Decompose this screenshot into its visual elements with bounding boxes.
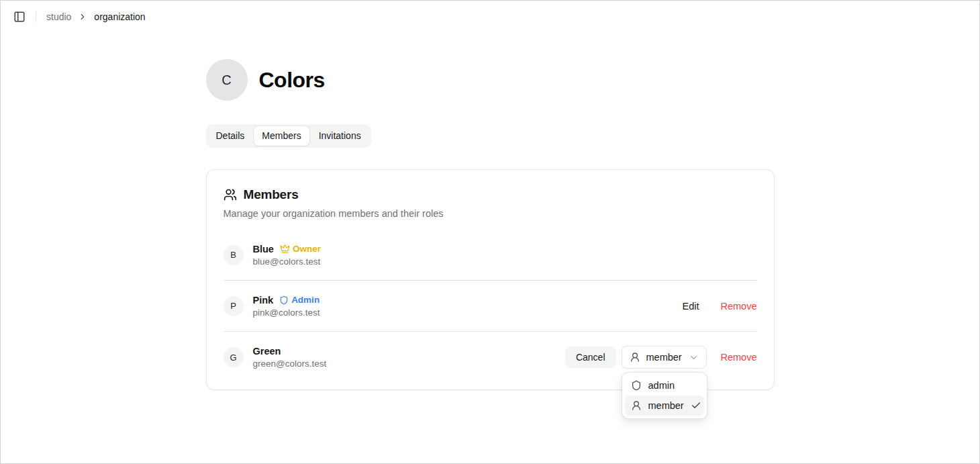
org-tabs: Details Members Invitations — [206, 124, 371, 148]
avatar: G — [224, 347, 244, 367]
member-email: blue@colors.test — [253, 257, 321, 267]
edit-button[interactable]: Edit — [683, 301, 699, 312]
tab-members[interactable]: Members — [254, 126, 309, 146]
member-info: Pink Admin pink@colors.test — [253, 295, 320, 318]
role-select-menu: admin member — [622, 372, 707, 419]
remove-button[interactable]: Remove — [721, 352, 757, 363]
member-name: Green — [253, 346, 281, 357]
breadcrumb-item-organization: organization — [94, 11, 145, 22]
topbar-divider — [36, 11, 36, 22]
breadcrumb-item-studio[interactable]: studio — [46, 11, 71, 22]
role-select-wrap: member a — [622, 346, 707, 369]
crown-icon — [280, 244, 290, 254]
users-icon — [224, 188, 237, 201]
role-select-trigger[interactable]: member — [622, 346, 707, 369]
check-icon — [691, 400, 701, 411]
panel-left-icon — [13, 11, 26, 23]
admin-role-badge: Admin — [279, 295, 320, 305]
role-option-label: admin — [648, 380, 675, 391]
org-avatar: C — [206, 59, 248, 101]
role-select-value: member — [646, 352, 682, 363]
avatar: P — [224, 296, 244, 316]
shield-icon — [279, 295, 289, 305]
member-info: Blue Owner blue@colors.test — [253, 244, 321, 267]
remove-button[interactable]: Remove — [721, 301, 757, 312]
main-content: C Colors Details Members Invitations Mem… — [206, 59, 775, 390]
tab-details[interactable]: Details — [208, 126, 253, 146]
shield-icon — [631, 380, 642, 391]
card-title: Members — [244, 187, 299, 202]
page-title: Colors — [259, 68, 325, 93]
user-icon — [630, 352, 640, 363]
member-row-pink: P Pink Admin pink@colors.test — [224, 281, 757, 332]
chevron-right-icon — [78, 12, 87, 21]
member-info: Green green@colors.test — [253, 346, 327, 369]
role-option-label: member — [648, 400, 684, 411]
avatar: B — [224, 245, 244, 265]
members-card-header: Members — [224, 187, 757, 202]
member-email: pink@colors.test — [253, 308, 320, 318]
row-controls: Cancel member — [565, 346, 757, 369]
member-row-blue: B Blue Owner blue@colors.test — [224, 230, 757, 281]
app-window: studio organization C Colors Details Mem… — [0, 0, 980, 464]
tab-invitations[interactable]: Invitations — [311, 126, 369, 146]
org-header: C Colors — [206, 59, 775, 101]
role-badge-label: Admin — [291, 295, 320, 305]
member-row-green: G Green green@colors.test Cancel — [224, 332, 757, 383]
row-controls: Edit Remove — [683, 301, 757, 312]
owner-role-badge: Owner — [280, 244, 321, 254]
topbar: studio organization — [1, 1, 979, 33]
member-list: B Blue Owner blue@colors.test — [224, 230, 757, 383]
member-name: Pink — [253, 295, 274, 306]
user-icon — [631, 400, 642, 411]
cancel-button[interactable]: Cancel — [565, 346, 616, 368]
member-name: Blue — [253, 244, 274, 254]
member-email: green@colors.test — [253, 359, 327, 369]
sidebar-toggle-button[interactable] — [12, 9, 27, 24]
role-option-member[interactable]: member — [625, 396, 704, 416]
members-card: Members Manage your organization members… — [206, 169, 775, 390]
card-subtitle: Manage your organization members and the… — [224, 208, 757, 219]
role-option-admin[interactable]: admin — [625, 375, 704, 396]
chevron-down-icon — [689, 353, 699, 363]
role-badge-label: Owner — [293, 244, 321, 254]
